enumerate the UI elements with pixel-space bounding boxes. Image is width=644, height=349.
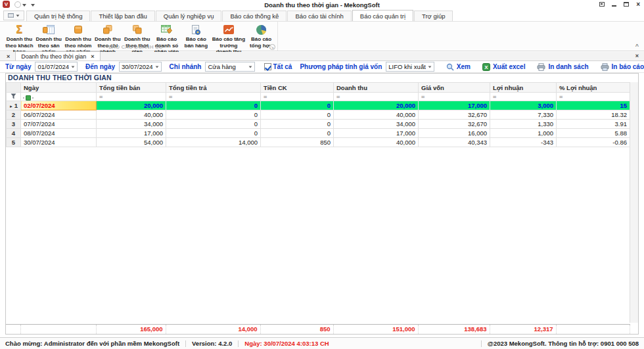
filter-cell[interactable]: = (419, 93, 490, 101)
grid-cell[interactable]: 34,000 (97, 120, 166, 129)
grid-cell[interactable]: 15 (557, 101, 630, 110)
tab-tro-giup[interactable]: Trợ giúp (414, 11, 453, 21)
grid-cell[interactable]: 18.32 (557, 110, 630, 120)
grid-cell[interactable]: 0 (261, 110, 334, 120)
button-bao-cao-doanh-so-nhan-vien[interactable]: Báo cáo doanh số nhân viên (152, 23, 181, 56)
app-menu-button[interactable] (3, 11, 24, 20)
column-header[interactable]: Tổng tiền trả (166, 83, 261, 93)
filter-cell[interactable]: = (557, 93, 630, 101)
column-header[interactable]: Tổng tiền bán (97, 83, 166, 93)
close-document-icon[interactable]: × (7, 53, 10, 60)
branch-select[interactable]: Cửa hàng (205, 62, 254, 72)
grid-cell[interactable]: 7,330 (490, 110, 557, 120)
to-date-input[interactable]: 30/07/2024 (119, 62, 162, 72)
grid-cell[interactable]: 20,000 (97, 101, 166, 110)
grid-cell[interactable]: -343 (490, 138, 557, 147)
grid-cell[interactable]: 1,000 (490, 129, 557, 138)
row-indicator[interactable]: 2 (7, 110, 21, 120)
column-header[interactable]: Giá vốn (419, 83, 490, 93)
document-tab-active[interactable]: Doanh thu theo thời gian × (15, 51, 100, 60)
float-window-icon[interactable] (599, 2, 605, 7)
grid-cell[interactable]: 0 (166, 129, 261, 138)
qat-overflow-icon[interactable] (31, 4, 35, 7)
column-header[interactable]: % Lợi nhuận (557, 83, 630, 93)
grid-cell[interactable]: 34,000 (334, 120, 419, 129)
grid-cell[interactable]: 17,000 (334, 129, 419, 138)
qat-button[interactable] (14, 1, 26, 8)
grid-cell[interactable]: 0 (261, 120, 334, 129)
grid-cell[interactable]: 40,000 (97, 110, 166, 120)
table-row[interactable]: 3 07/07/2024 34,000 0 0 34,000 32,670 1,… (7, 120, 630, 129)
tab-quan-ly-nghiep-vu[interactable]: Quản lý nghiệp vụ (156, 11, 222, 21)
tab-quan-tri-he-thong[interactable]: Quản trị hệ thống (26, 11, 90, 21)
grid-cell[interactable]: 850 (261, 138, 334, 147)
table-row[interactable]: 1 02/07/2024 20,000 0 0 20,000 17,000 3,… (7, 101, 630, 110)
tab-bao-cao-quan-tri[interactable]: Báo cáo quản trị (352, 10, 413, 21)
close-icon[interactable]: × (636, 1, 640, 7)
grid-cell[interactable]: 40,343 (419, 138, 490, 147)
filter-cell[interactable]: = (490, 93, 557, 101)
grid-cell-date[interactable]: 06/07/2024 (21, 110, 97, 120)
table-row[interactable]: 4 08/07/2024 17,000 0 0 17,000 16,000 1,… (7, 129, 630, 138)
tab-close-icon[interactable]: × (91, 53, 94, 60)
grid-cell[interactable]: 17,000 (419, 101, 490, 110)
filter-cell[interactable]: = (334, 93, 419, 101)
grid-cell[interactable]: 16,000 (419, 129, 490, 138)
date-filter-cell[interactable] (21, 93, 97, 101)
all-checkbox[interactable] (264, 63, 271, 70)
filter-cell[interactable]: = (166, 93, 261, 101)
button-bao-cao-tang-truong[interactable]: Báo cáo tăng trưởng doanh thu (211, 23, 247, 56)
ribbon-collapse-icon[interactable]: ^ (635, 43, 639, 49)
grid-cell[interactable]: 54,000 (97, 138, 166, 147)
grid-cell[interactable]: 0 (261, 101, 334, 110)
group-dialog-launcher-icon[interactable]: ↘ (269, 44, 275, 50)
tab-thiet-lap-ban-dau[interactable]: Thiết lập ban đầu (91, 11, 154, 21)
grid-cell-date[interactable]: 07/07/2024 (21, 120, 97, 129)
row-indicator[interactable]: 5 (7, 138, 21, 147)
grid-cell[interactable]: 5.88 (557, 129, 630, 138)
grid-cell[interactable]: 40,000 (334, 110, 419, 120)
export-excel-button[interactable]: X Xuất excel (482, 63, 525, 71)
from-date-input[interactable]: 01/07/2024 (35, 62, 78, 72)
grid-cell-date[interactable]: 08/07/2024 (21, 129, 97, 138)
row-indicator[interactable]: 1 (7, 101, 21, 110)
column-header[interactable]: Lợi nhuận (490, 83, 557, 93)
grid-cell[interactable]: 3,000 (490, 101, 557, 110)
maximize-icon[interactable] (624, 2, 629, 7)
grid-cell[interactable]: 20,000 (334, 101, 419, 110)
grid-cell-date[interactable]: 30/07/2024 (21, 138, 97, 147)
view-button[interactable]: Xem (446, 63, 471, 71)
column-header[interactable]: Tiền CK (261, 83, 334, 93)
grid-cell[interactable]: 17,000 (97, 129, 166, 138)
table-row[interactable]: 5 30/07/2024 54,000 14,000 850 40,000 40… (7, 138, 630, 147)
vertical-scrollbar[interactable] (630, 82, 638, 323)
filter-cell[interactable]: = (97, 93, 166, 101)
close-all-icon[interactable]: × (635, 53, 639, 59)
minimize-icon[interactable] (612, 5, 616, 7)
grid-cell[interactable]: 40,000 (334, 138, 419, 147)
grid-cell[interactable]: 1,330 (490, 120, 557, 129)
grid-cell[interactable]: 0 (166, 120, 261, 129)
grid-cell[interactable]: 32,670 (419, 120, 490, 129)
print-report-button[interactable]: In báo cáo (601, 63, 644, 71)
grid-cell[interactable]: 14,000 (166, 138, 261, 147)
table-row[interactable]: 2 06/07/2024 40,000 0 0 40,000 32,670 7,… (7, 110, 630, 120)
cost-method-select[interactable]: LIFO khi xuất (386, 62, 434, 72)
all-checkbox-wrap[interactable]: Tất cả (264, 63, 292, 70)
column-header[interactable]: Ngày (21, 83, 97, 93)
grid-cell[interactable]: 0 (166, 110, 261, 120)
grid-cell[interactable]: 32,670 (419, 110, 490, 120)
grid-cell[interactable]: 0 (261, 129, 334, 138)
print-list-button[interactable]: In danh sách (537, 63, 588, 71)
tab-bao-cao-tai-chinh[interactable]: Báo cáo tài chính (287, 11, 351, 21)
row-indicator[interactable]: 3 (7, 120, 21, 129)
grid-cell[interactable]: 3.91 (557, 120, 630, 129)
grid-cell-date[interactable]: 02/07/2024 (21, 101, 97, 110)
filter-cell[interactable]: = (261, 93, 334, 101)
grid-cell[interactable]: -0.86 (557, 138, 630, 147)
button-doanh-thu-thoi-gian[interactable]: Doanh thu theo thời gian (122, 23, 152, 56)
row-indicator[interactable]: 4 (7, 129, 21, 138)
grid-cell[interactable]: 0 (166, 101, 261, 110)
tab-bao-cao-thong-ke[interactable]: Báo cáo thống kê (222, 11, 287, 21)
column-header[interactable]: Doanh thu (334, 83, 419, 93)
